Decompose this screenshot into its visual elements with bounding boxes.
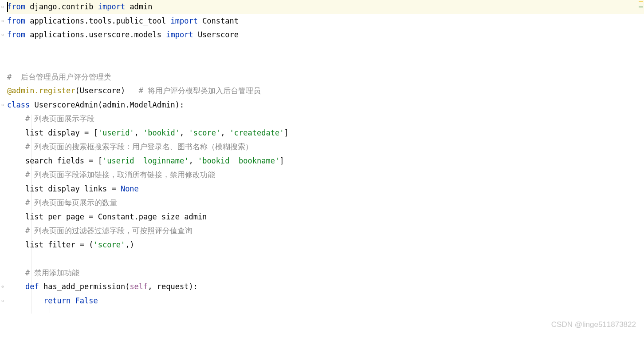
code-token: list_filter = ( — [25, 240, 94, 249]
code-token: applications.userscore.models — [30, 30, 166, 39]
code-token: # 列表页面每页展示的数量 — [25, 198, 117, 207]
fold-icon[interactable]: ⊖ — [0, 19, 5, 23]
code-line[interactable] — [7, 56, 644, 70]
editor-gutter: ⊟⊖⊖⊖⊖⊖ — [0, 0, 6, 336]
code-line[interactable]: class UserscoreAdmin(admin.ModelAdmin): — [7, 98, 644, 112]
code-line[interactable]: # 禁用添加功能 — [7, 266, 644, 280]
code-token: from — [7, 30, 30, 39]
code-line[interactable]: # 列表页面字段添加链接，取消所有链接，禁用修改功能 — [7, 168, 644, 182]
code-token: list_display = [ — [25, 128, 98, 137]
code-token: False — [75, 296, 98, 305]
code-token: django.contrib — [30, 2, 98, 11]
code-line[interactable]: return False — [7, 294, 644, 308]
fold-icon[interactable]: ⊖ — [0, 284, 5, 289]
code-token: 'userid' — [98, 128, 134, 137]
code-token: self — [130, 282, 148, 291]
code-line[interactable]: # 列表页面的过滤器过滤字段，可按照评分值查询 — [7, 224, 644, 238]
code-token: None — [121, 184, 139, 193]
code-line[interactable] — [7, 42, 644, 56]
code-token: , — [134, 128, 143, 137]
code-token: # 列表页面展示字段 — [25, 114, 94, 123]
code-token: 'score' — [93, 240, 125, 249]
code-line[interactable]: # 列表页面每页展示的数量 — [7, 196, 644, 210]
code-line[interactable]: search_fields = ['userid__loginname', 'b… — [7, 154, 644, 168]
code-line[interactable]: # 后台管理员用户评分管理类 — [7, 70, 644, 84]
scrollbar-marker[interactable] — [639, 6, 643, 8]
code-line[interactable]: list_per_page = Constant.page_size_admin — [7, 210, 644, 224]
code-line[interactable]: # 列表页面展示字段 — [7, 112, 644, 126]
code-token: admin — [130, 2, 152, 11]
code-token: from — [7, 2, 30, 11]
code-area[interactable]: from django.contrib import adminfrom app… — [6, 0, 644, 336]
code-line[interactable]: list_display = ['userid', 'bookid', 'sco… — [7, 126, 644, 140]
code-token: ] — [279, 156, 284, 165]
code-token: UserscoreAdmin(admin.ModelAdmin): — [34, 100, 184, 109]
code-line[interactable]: from applications.tools.public_tool impo… — [7, 14, 644, 28]
code-token: import — [166, 30, 198, 39]
code-token: class — [7, 100, 34, 109]
code-token: list_display_links = — [25, 184, 121, 193]
code-token: ] — [284, 128, 288, 137]
code-token: # 将用户评分模型类加入后台管理员 — [139, 86, 261, 95]
code-token: # 列表页面的搜索框搜索字段：用户登录名、图书名称（模糊搜索） — [25, 142, 253, 151]
code-line[interactable] — [7, 322, 644, 336]
code-token: Constant — [202, 16, 239, 25]
fold-icon[interactable]: ⊖ — [0, 103, 5, 107]
code-token: 'userid__loginname' — [102, 156, 188, 165]
code-token: list_per_page = Constant.page_size_admin — [25, 212, 207, 221]
code-token: import — [98, 2, 130, 11]
fold-icon[interactable]: ⊖ — [0, 32, 5, 37]
code-token: 'bookid__bookname' — [198, 156, 279, 165]
code-line[interactable]: # 列表页面的搜索框搜索字段：用户登录名、图书名称（模糊搜索） — [7, 140, 644, 154]
scrollbar-marker[interactable] — [639, 1, 643, 2]
code-line[interactable] — [7, 308, 644, 322]
watermark-text: CSDN @linge511873822 — [551, 318, 636, 332]
code-token: applications.tools.public_tool — [30, 16, 170, 25]
code-token: return — [43, 296, 75, 305]
code-token: 'bookid' — [143, 128, 180, 137]
code-token: @admin.register — [7, 86, 75, 95]
code-line[interactable]: list_filter = ('score',) — [7, 238, 644, 252]
code-line[interactable] — [7, 252, 644, 266]
scrollbar-track[interactable] — [638, 0, 644, 336]
code-token: , request): — [148, 282, 198, 291]
fold-icon[interactable]: ⊟ — [0, 4, 5, 9]
code-line[interactable]: list_display_links = None — [7, 182, 644, 196]
code-token: search_fields = [ — [25, 156, 102, 165]
code-token: Userscore — [198, 30, 239, 39]
code-token: # 列表页面的过滤器过滤字段，可按照评分值查询 — [25, 226, 192, 235]
code-line[interactable]: from applications.userscore.models impor… — [7, 28, 644, 42]
code-token: # 列表页面字段添加链接，取消所有链接，禁用修改功能 — [25, 170, 215, 179]
text-caret — [7, 2, 8, 12]
code-token: 'createdate' — [230, 128, 284, 137]
code-token: # 后台管理员用户评分管理类 — [7, 72, 111, 81]
code-token: # 禁用添加功能 — [25, 268, 79, 277]
code-token: (Userscore) — [75, 86, 139, 95]
code-token: ,) — [125, 240, 134, 249]
code-token: import — [170, 16, 202, 25]
code-editor[interactable]: ⊟⊖⊖⊖⊖⊖ from django.contrib import adminf… — [0, 0, 644, 336]
code-token: , — [220, 128, 229, 137]
code-token: from — [7, 16, 30, 25]
code-token: , — [188, 156, 197, 165]
code-token: def — [25, 282, 43, 291]
code-token: , — [180, 128, 188, 137]
fold-icon[interactable]: ⊖ — [0, 298, 5, 303]
code-token: has_add_permission( — [43, 282, 130, 291]
code-line[interactable]: def has_add_permission(self, request): — [7, 280, 644, 294]
code-token: 'score' — [188, 128, 220, 137]
code-line[interactable]: from django.contrib import admin — [7, 0, 644, 14]
code-line[interactable]: @admin.register(Userscore) # 将用户评分模型类加入后… — [7, 84, 644, 98]
